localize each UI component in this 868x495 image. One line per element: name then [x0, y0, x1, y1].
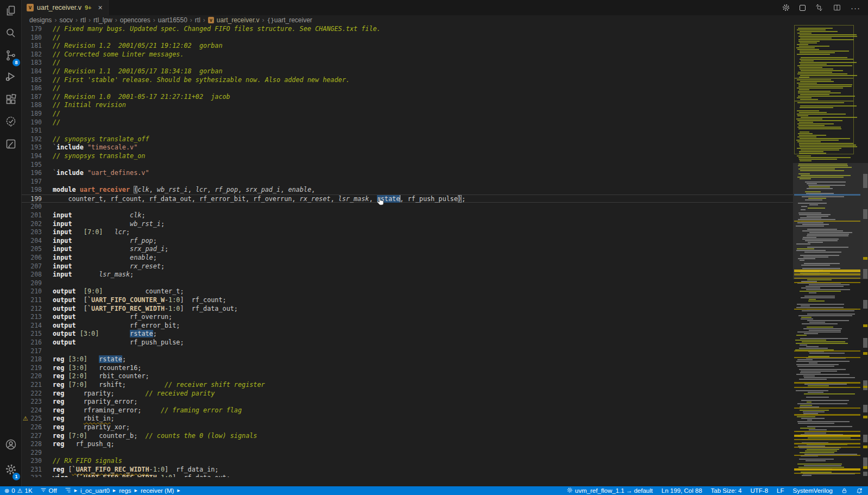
line-number[interactable]: 231 — [22, 466, 42, 474]
code-line[interactable]: 194// synopsys translate_on — [22, 152, 793, 161]
code-line[interactable]: 220reg [2:0] rbit_counter; — [22, 372, 793, 381]
code-text[interactable]: // synopsys translate_off — [53, 135, 149, 144]
hierarchy-breadcrumb[interactable]: ▶i_oc_uart0▶regs▶receiver (M)▶ — [65, 487, 181, 494]
sidebar-item-source-control[interactable]: 8 — [0, 46, 22, 67]
code-line[interactable]: 204input rf_pop; — [22, 237, 793, 246]
line-number[interactable]: 184 — [22, 67, 42, 76]
code-line[interactable]: 182// Corrected some Linter messages. — [22, 51, 793, 59]
code-text[interactable]: // — [53, 118, 60, 127]
breadcrumb-part[interactable]: rtl — [80, 16, 86, 24]
line-number[interactable]: 201 — [22, 211, 42, 220]
line-number[interactable]: 192 — [22, 135, 42, 144]
line-number[interactable]: 199 — [22, 195, 42, 203]
line-number[interactable]: 182 — [22, 51, 42, 59]
code-line[interactable]: 224reg rframing_error; // framing error … — [22, 406, 793, 415]
line-number[interactable]: 212 — [22, 305, 42, 314]
code-line[interactable]: 191 — [22, 127, 793, 135]
sidebar-item-testing[interactable] — [0, 112, 22, 134]
run-box-icon[interactable] — [800, 5, 806, 11]
code-line[interactable]: 213output rf_overrun; — [22, 313, 793, 322]
code-text[interactable]: // — [53, 59, 60, 67]
breadcrumb-part[interactable]: socv — [59, 16, 73, 24]
code-line[interactable]: 221reg [7:0] rshift; // receiver shift r… — [22, 381, 793, 390]
code-line[interactable]: 187// Revision 1.0 2001-05-17 21:27:11+0… — [22, 93, 793, 102]
code-line[interactable]: 200 — [22, 203, 793, 211]
line-number[interactable]: 230 — [22, 457, 42, 466]
eol-indicator[interactable]: LF — [777, 487, 784, 494]
settings-button[interactable]: 1 — [0, 460, 22, 481]
code-line[interactable]: 190// — [22, 118, 793, 127]
code-line[interactable]: 208input lsr_mask; — [22, 271, 793, 279]
code-text[interactable]: reg [`UART_FIFO_REC_WIDTH-1:0] rf_data_i… — [53, 466, 218, 474]
code-line[interactable]: 211output [`UART_FIFO_COUNTER_W-1:0] rf_… — [22, 296, 793, 305]
line-number[interactable]: 214 — [22, 322, 42, 330]
line-number[interactable]: 232 — [22, 474, 42, 477]
line-number[interactable]: 211 — [22, 296, 42, 305]
code-line[interactable]: ⚠225reg rbit_in; — [22, 415, 793, 423]
code-text[interactable]: reg [7:0] counter_b; // counts the 0 (lo… — [53, 432, 257, 441]
code-text[interactable]: input enable; — [53, 254, 157, 262]
code-text[interactable]: reg [7:0] rshift; // receiver shift regi… — [53, 381, 265, 390]
line-number[interactable]: 190 — [22, 118, 42, 127]
code-text[interactable]: // Fixed many bugs. Updated spec. Change… — [53, 25, 381, 34]
code-text[interactable]: counter_t, rf_count, rf_data_out, rf_err… — [53, 195, 466, 203]
cursor-position[interactable]: Ln 199, Col 88 — [662, 487, 702, 494]
line-number[interactable]: 215 — [22, 330, 42, 339]
code-line[interactable]: 179// Fixed many bugs. Updated spec. Cha… — [22, 25, 793, 34]
code-line[interactable]: 189// — [22, 110, 793, 118]
line-number[interactable]: 219 — [22, 364, 42, 373]
code-text[interactable]: reg rf_push_q; — [53, 440, 115, 449]
code-text[interactable]: `include "timescale.v" — [53, 143, 137, 152]
code-text[interactable]: output [`UART_FIFO_REC_WIDTH-1:0] rf_dat… — [53, 305, 238, 314]
line-number[interactable]: 229 — [22, 449, 42, 458]
code-text[interactable]: reg rframing_error; // framing error fla… — [53, 406, 242, 415]
code-text[interactable]: input srx_pad_i; — [53, 245, 168, 254]
code-line[interactable]: 203input [7:0] lcr; — [22, 228, 793, 237]
tab-size[interactable]: Tab Size: 4 — [711, 487, 742, 494]
code-text[interactable]: input rf_pop; — [53, 237, 157, 246]
line-number[interactable]: 205 — [22, 245, 42, 254]
code-line[interactable]: 186// — [22, 84, 793, 93]
code-line[interactable]: 192// synopsys translate_off — [22, 135, 793, 144]
code-text[interactable]: reg [2:0] rbit_counter; — [53, 372, 149, 381]
filter-toggle[interactable]: Off — [40, 487, 57, 494]
code-text[interactable]: reg rparity; // received parity — [53, 390, 215, 398]
code-text[interactable]: input clk; — [53, 211, 145, 220]
language-mode[interactable]: SystemVerilog — [792, 487, 833, 494]
code-text[interactable]: module uart_receiver (clk, wb_rst_i, lcr… — [53, 186, 315, 195]
code-line[interactable]: 193`include "timescale.v" — [22, 143, 793, 152]
code-text[interactable]: reg [3:0] rcounter16; — [53, 364, 141, 373]
line-number[interactable]: 187 — [22, 93, 42, 102]
code-text[interactable]: // Revision 1.1 2001/05/17 18:34:18 gorb… — [53, 67, 223, 76]
code-text[interactable]: // synopsys translate_on — [53, 152, 145, 161]
scrollbar[interactable] — [863, 25, 868, 486]
minimap-slider[interactable] — [793, 163, 863, 279]
code-line[interactable]: 184// Revision 1.1 2001/05/17 18:34:18 g… — [22, 67, 793, 76]
code-line[interactable]: 183// — [22, 59, 793, 67]
code-text[interactable]: // RX FIFO signals — [53, 457, 122, 466]
code-line[interactable]: 201input clk; — [22, 211, 793, 220]
line-number[interactable]: 216 — [22, 339, 42, 347]
line-number[interactable]: 202 — [22, 220, 42, 229]
line-number[interactable]: 188 — [22, 101, 42, 110]
code-text[interactable]: // — [53, 110, 60, 118]
code-text[interactable]: // Corrected some Linter messages. — [53, 51, 184, 59]
line-number[interactable]: 226 — [22, 423, 42, 432]
line-number[interactable]: 220 — [22, 372, 42, 381]
code-text[interactable]: // Initial revision — [53, 101, 126, 110]
line-number[interactable]: 206 — [22, 254, 42, 262]
breadcrumb-part[interactable]: opencores — [120, 16, 150, 24]
sidebar-item-explorer[interactable] — [0, 1, 22, 23]
code-text[interactable]: output [`UART_FIFO_COUNTER_W-1:0] rf_cou… — [53, 296, 227, 305]
split-editor-icon[interactable] — [833, 3, 841, 12]
code-line[interactable]: 198module uart_receiver (clk, wb_rst_i, … — [22, 186, 793, 195]
line-number[interactable]: 209 — [22, 279, 42, 288]
code-line[interactable]: 223reg rparity_error; — [22, 398, 793, 406]
sidebar-item-run-debug[interactable] — [0, 67, 22, 89]
code-text[interactable]: input rx_reset; — [53, 262, 165, 271]
breadcrumb-part[interactable]: rtl — [195, 16, 200, 24]
code-text[interactable]: wire [`UART_FIFO_REC_WIDTH-1:0] rf_data_… — [53, 474, 230, 477]
line-number[interactable]: 217 — [22, 347, 42, 356]
code-text[interactable]: input [7:0] lcr; — [53, 228, 130, 237]
code-line[interactable]: 216output rf_push_pulse; — [22, 339, 793, 347]
